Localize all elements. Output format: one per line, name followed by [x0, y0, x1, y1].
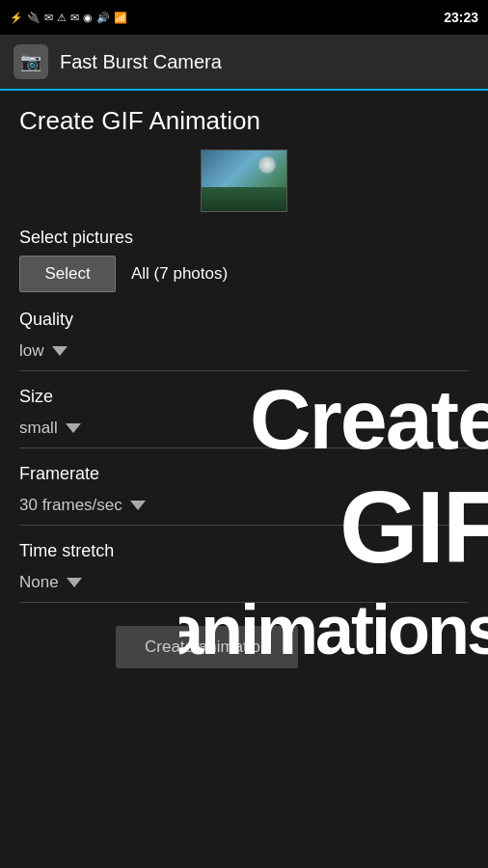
- framerate-divider: [19, 525, 469, 526]
- time-stretch-value: None: [19, 573, 59, 592]
- camera-icon: 📷: [20, 51, 41, 72]
- app-icon: 📷: [14, 44, 48, 79]
- time-stretch-divider: [19, 602, 469, 603]
- page-title: Create GIF Animation: [19, 106, 469, 136]
- quality-divider: [19, 370, 469, 371]
- status-bar: ⚡🔌✉⚠✉◉🔊📶 23:23: [0, 0, 488, 35]
- all-photos-label[interactable]: All (7 photos): [131, 264, 228, 284]
- size-value: small: [19, 419, 58, 438]
- status-bar-time: 23:23: [444, 10, 478, 25]
- size-dropdown[interactable]: small: [19, 415, 469, 442]
- quality-row: Quality low: [19, 310, 469, 371]
- quality-dropdown[interactable]: low: [19, 338, 469, 365]
- time-stretch-row: Time stretch None: [19, 541, 469, 603]
- select-row: Select All (7 photos): [19, 256, 469, 292]
- quality-label: Quality: [19, 310, 469, 330]
- framerate-dropdown-arrow: [130, 501, 146, 510]
- main-content: Create GIF Animation Select pictures Sel…: [0, 91, 488, 684]
- preview-image: [201, 149, 287, 212]
- size-label: Size: [19, 387, 469, 407]
- app-title: Fast Burst Camera: [60, 51, 222, 73]
- time-stretch-dropdown[interactable]: None: [19, 569, 469, 596]
- preview-container: [19, 149, 469, 212]
- quality-dropdown-arrow: [52, 346, 68, 356]
- framerate-value: 30 frames/sec: [19, 496, 122, 515]
- size-divider: [19, 448, 469, 448]
- select-button[interactable]: Select: [19, 256, 116, 292]
- create-animation-button[interactable]: Create animation: [116, 626, 298, 668]
- size-dropdown-arrow: [66, 423, 81, 433]
- size-row: Size small: [19, 387, 469, 448]
- status-bar-left-icons: ⚡🔌✉⚠✉◉🔊📶: [10, 12, 127, 24]
- framerate-dropdown[interactable]: 30 frames/sec: [19, 492, 469, 519]
- framerate-row: Framerate 30 frames/sec: [19, 464, 469, 526]
- time-stretch-dropdown-arrow: [67, 578, 82, 587]
- time-stretch-label: Time stretch: [19, 541, 469, 561]
- quality-value: low: [19, 341, 44, 361]
- framerate-label: Framerate: [19, 464, 469, 484]
- app-bar: 📷 Fast Burst Camera: [0, 35, 488, 91]
- select-pictures-label: Select pictures: [19, 228, 469, 248]
